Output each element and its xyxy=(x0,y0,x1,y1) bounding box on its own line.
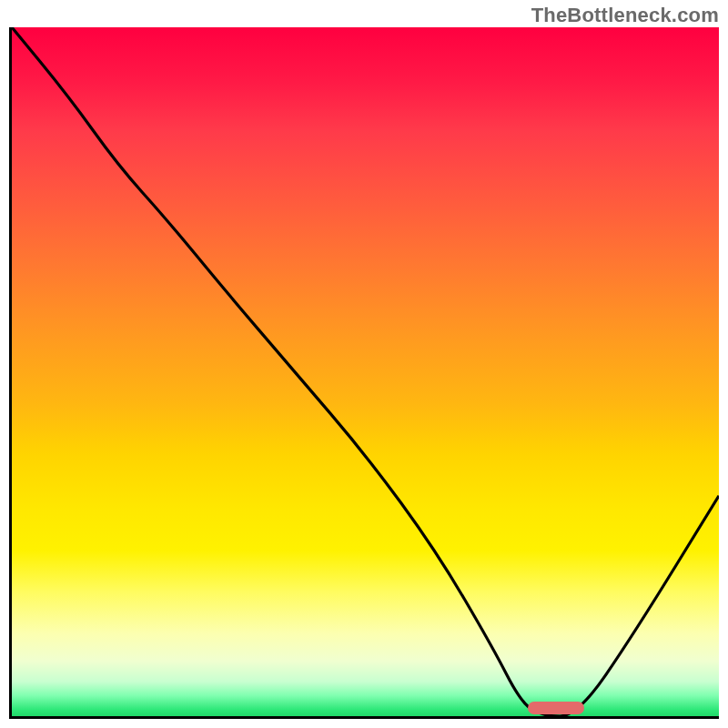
bottleneck-curve-path xyxy=(12,27,719,716)
chart-svg xyxy=(12,27,719,716)
watermark-text: TheBottleneck.com xyxy=(531,4,719,27)
plot-area xyxy=(12,27,719,716)
optimal-range-marker xyxy=(528,702,584,714)
